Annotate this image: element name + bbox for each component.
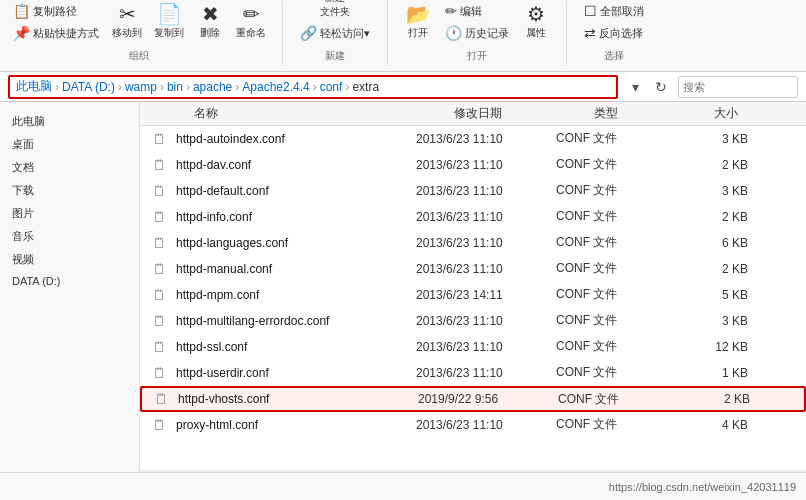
column-headers: 名称 修改日期 类型 大小	[140, 102, 806, 126]
table-row[interactable]: 🗒 httpd-manual.conf 2013/6/23 11:10 CONF…	[140, 256, 806, 282]
breadcrumb-this-pc[interactable]: 此电脑	[16, 78, 52, 95]
file-list: 🗒 httpd-autoindex.conf 2013/6/23 11:10 C…	[140, 126, 806, 470]
file-name: httpd-autoindex.conf	[176, 132, 416, 146]
nav-item-this-pc[interactable]: 此电脑	[0, 110, 139, 133]
table-row[interactable]: 🗒 httpd-autoindex.conf 2013/6/23 11:10 C…	[140, 126, 806, 152]
file-icon: 🗒	[152, 235, 170, 251]
ribbon: 📋 复制路径 📌 粘贴快捷方式 ✂ 移动到 📄 复制到 ✖ 删除	[0, 0, 806, 72]
breadcrumb-conf[interactable]: conf	[320, 80, 343, 94]
ribbon-buttons-organize: 📋 复制路径 📌 粘贴快捷方式 ✂ 移动到 📄 复制到 ✖ 删除	[8, 1, 270, 43]
file-type: CONF 文件	[556, 208, 676, 225]
history-button[interactable]: 🕐 历史记录	[440, 23, 514, 43]
deselect-all-button[interactable]: ☐ 全部取消	[579, 1, 649, 21]
ribbon-buttons-select: ☑ 全部选中 ☐ 全部取消 ⇄ 反向选择	[579, 0, 649, 43]
table-row[interactable]: 🗒 httpd-multilang-errordoc.conf 2013/6/2…	[140, 308, 806, 334]
file-icon: 🗒	[152, 183, 170, 199]
file-size: 5 KB	[676, 288, 756, 302]
delete-button[interactable]: ✖ 删除	[192, 2, 228, 42]
nav-item-pictures[interactable]: 图片	[0, 202, 139, 225]
file-icon: 🗒	[152, 417, 170, 433]
file-name: httpd-userdir.conf	[176, 366, 416, 380]
file-icon: 🗒	[152, 131, 170, 147]
file-name: httpd-dav.conf	[176, 158, 416, 172]
ribbon-group-new: 📁 新建 文件夹 🔗 轻松访问▾ 新建	[295, 0, 388, 65]
status-bar: https://blog.csdn.net/weixin_42031119	[0, 472, 806, 500]
file-icon: 🗒	[152, 339, 170, 355]
file-date: 2013/6/23 11:10	[416, 132, 556, 146]
file-type: CONF 文件	[556, 416, 676, 433]
file-size: 3 KB	[676, 184, 756, 198]
search-input[interactable]	[678, 76, 798, 98]
easy-access-button[interactable]: 🔗 轻松访问▾	[295, 23, 375, 43]
table-row[interactable]: 🗒 httpd-mpm.conf 2013/6/23 14:11 CONF 文件…	[140, 282, 806, 308]
table-row[interactable]: 🗒 httpd-default.conf 2013/6/23 11:10 CON…	[140, 178, 806, 204]
file-name: httpd-multilang-errordoc.conf	[176, 314, 416, 328]
breadcrumb-bin[interactable]: bin	[167, 80, 183, 94]
file-name: httpd-vhosts.conf	[178, 392, 418, 406]
table-row[interactable]: 🗒 httpd-vhosts.conf 2019/9/22 9:56 CONF …	[140, 386, 806, 412]
edit-button[interactable]: ✏ 编辑	[440, 1, 514, 21]
file-type: CONF 文件	[556, 234, 676, 251]
breadcrumb[interactable]: 此电脑 › DATA (D:) › wamp › bin › apache › …	[8, 75, 618, 99]
file-icon: 🗒	[152, 157, 170, 173]
table-row[interactable]: 🗒 httpd-userdir.conf 2013/6/23 11:10 CON…	[140, 360, 806, 386]
paste-shortcut-button[interactable]: 📌 粘贴快捷方式	[8, 23, 104, 43]
ribbon-buttons-new: 📁 新建 文件夹 🔗 轻松访问▾	[295, 0, 375, 43]
file-date: 2013/6/23 11:10	[416, 184, 556, 198]
address-dropdown-button[interactable]: ▾	[624, 76, 646, 98]
col-header-type[interactable]: 类型	[590, 105, 710, 122]
new-folder-button[interactable]: 📁 新建 文件夹	[313, 0, 357, 21]
copy-path-button[interactable]: 📋 复制路径	[8, 1, 104, 21]
move-to-button[interactable]: ✂ 移动到	[108, 2, 146, 42]
invert-selection-button[interactable]: ⇄ 反向选择	[579, 23, 649, 43]
file-icon: 🗒	[152, 261, 170, 277]
col-header-name[interactable]: 名称	[190, 105, 450, 122]
file-name: proxy-html.conf	[176, 418, 416, 432]
new-group-label: 新建	[325, 49, 345, 63]
content-area: 名称 修改日期 类型 大小 🗒 httpd-autoindex.conf 201…	[140, 102, 806, 472]
breadcrumb-data-d[interactable]: DATA (D:)	[62, 80, 115, 94]
file-date: 2013/6/23 11:10	[416, 418, 556, 432]
nav-item-data-d[interactable]: DATA (D:)	[0, 271, 139, 291]
nav-item-documents[interactable]: 文档	[0, 156, 139, 179]
copy-to-button[interactable]: 📄 复制到	[150, 2, 188, 42]
file-type: CONF 文件	[556, 364, 676, 381]
table-row[interactable]: 🗒 httpd-ssl.conf 2013/6/23 11:10 CONF 文件…	[140, 334, 806, 360]
file-type: CONF 文件	[556, 182, 676, 199]
address-controls: ▾ ↻	[624, 76, 672, 98]
breadcrumb-apache244[interactable]: Apache2.4.4	[242, 80, 309, 94]
organize-group-label: 组织	[129, 49, 149, 63]
file-size: 3 KB	[676, 132, 756, 146]
properties-button[interactable]: ⚙ 属性	[518, 2, 554, 42]
file-type: CONF 文件	[556, 156, 676, 173]
table-row[interactable]: 🗒 httpd-info.conf 2013/6/23 11:10 CONF 文…	[140, 204, 806, 230]
file-type: CONF 文件	[556, 286, 676, 303]
table-row[interactable]: 🗒 httpd-languages.conf 2013/6/23 11:10 C…	[140, 230, 806, 256]
delete-icon: ✖	[202, 4, 219, 24]
file-icon: 🗒	[154, 391, 172, 407]
table-row[interactable]: 🗒 httpd-dav.conf 2013/6/23 11:10 CONF 文件…	[140, 152, 806, 178]
select-group-label: 选择	[604, 49, 624, 63]
file-size: 2 KB	[676, 262, 756, 276]
nav-item-videos[interactable]: 视频	[0, 248, 139, 271]
nav-item-music[interactable]: 音乐	[0, 225, 139, 248]
nav-item-downloads[interactable]: 下载	[0, 179, 139, 202]
col-header-size[interactable]: 大小	[710, 105, 790, 122]
status-url: https://blog.csdn.net/weixin_42031119	[609, 481, 796, 493]
file-icon: 🗒	[152, 313, 170, 329]
table-row[interactable]: 🗒 proxy-html.conf 2013/6/23 11:10 CONF 文…	[140, 412, 806, 438]
nav-item-desktop[interactable]: 桌面	[0, 133, 139, 156]
file-name: httpd-default.conf	[176, 184, 416, 198]
breadcrumb-wamp[interactable]: wamp	[125, 80, 157, 94]
refresh-button[interactable]: ↻	[650, 76, 672, 98]
col-header-date[interactable]: 修改日期	[450, 105, 590, 122]
file-date: 2013/6/23 11:10	[416, 158, 556, 172]
rename-button[interactable]: ✏ 重命名	[232, 2, 270, 42]
file-date: 2019/9/22 9:56	[418, 392, 558, 406]
ribbon-group-select: ☑ 全部选中 ☐ 全部取消 ⇄ 反向选择 选择	[579, 0, 661, 65]
open-button[interactable]: 📂 打开	[400, 2, 436, 42]
invert-selection-icon: ⇄	[584, 25, 596, 41]
breadcrumb-apache[interactable]: apache	[193, 80, 232, 94]
file-date: 2013/6/23 11:10	[416, 236, 556, 250]
rename-icon: ✏	[243, 4, 260, 24]
